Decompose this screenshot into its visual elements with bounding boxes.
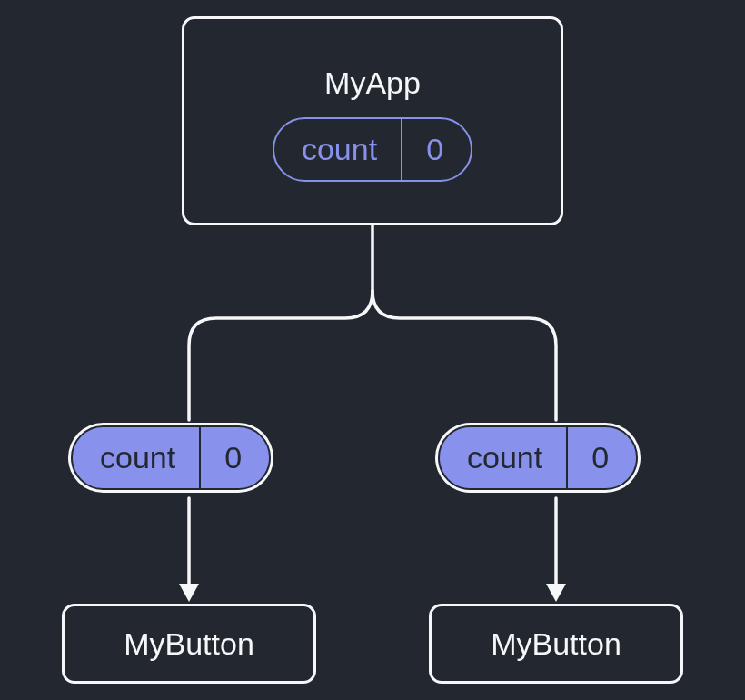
root-component-title: MyApp	[324, 65, 421, 101]
root-component-card: MyApp count 0	[182, 16, 563, 225]
child-component-card: MyButton	[429, 604, 683, 684]
state-value: 0	[402, 119, 471, 180]
svg-marker-3	[179, 584, 199, 602]
prop-value: 0	[568, 427, 636, 488]
child-component-card: MyButton	[62, 604, 316, 684]
prop-value: 0	[201, 427, 269, 488]
svg-marker-4	[546, 584, 566, 602]
child-component-title: MyButton	[124, 626, 254, 662]
arrowheads	[179, 584, 566, 602]
prop-label: count	[440, 427, 568, 488]
root-state-pill: count 0	[273, 117, 472, 182]
prop-pill-right: count 0	[438, 425, 638, 490]
prop-pill-left: count 0	[71, 425, 271, 490]
state-label: count	[274, 119, 402, 180]
child-component-title: MyButton	[491, 626, 621, 662]
prop-label: count	[73, 427, 201, 488]
